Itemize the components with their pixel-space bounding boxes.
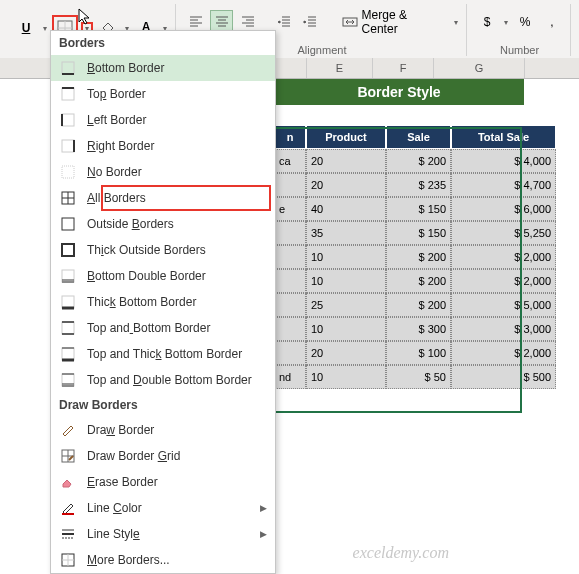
cell[interactable]: $ 150 <box>386 197 451 221</box>
draw-border-option[interactable]: Line Style▶ <box>51 521 275 547</box>
border-option-label: Outside Borders <box>87 217 174 231</box>
border-option[interactable]: Outside Borders <box>51 211 275 237</box>
cell[interactable] <box>274 341 306 365</box>
border-option[interactable]: Thick Bottom Border <box>51 289 275 315</box>
border-option[interactable]: All Borders <box>51 185 275 211</box>
title-cell: Border Style <box>274 79 524 105</box>
col-header-g[interactable]: G <box>434 58 525 78</box>
cell[interactable]: 20 <box>306 173 386 197</box>
border-option-label: Bottom Border <box>87 61 164 75</box>
cell[interactable]: $ 2,000 <box>451 245 556 269</box>
cell[interactable]: nd <box>274 365 306 389</box>
border-option[interactable]: Bottom Border <box>51 55 275 81</box>
cell[interactable]: $ 150 <box>386 221 451 245</box>
header-cell: Product <box>306 125 386 149</box>
cell[interactable]: $ 3,000 <box>451 317 556 341</box>
border-option-icon <box>59 267 77 285</box>
cell[interactable]: $ 2,000 <box>451 269 556 293</box>
cell[interactable]: $ 50 <box>386 365 451 389</box>
border-option[interactable]: Top and Thick Bottom Border <box>51 341 275 367</box>
cell[interactable]: $ 200 <box>386 293 451 317</box>
cell[interactable] <box>274 317 306 341</box>
decrease-indent-button[interactable] <box>273 10 296 34</box>
svg-rect-5 <box>62 62 74 74</box>
cell[interactable]: $ 500 <box>451 365 556 389</box>
percent-button[interactable]: % <box>513 10 537 34</box>
border-option-label: Bottom Double Border <box>87 269 206 283</box>
cell[interactable] <box>274 293 306 317</box>
col-header-f[interactable]: F <box>373 58 434 78</box>
cell[interactable]: 10 <box>306 245 386 269</box>
merge-center-button[interactable]: Merge & Center <box>335 10 449 34</box>
cell[interactable]: 20 <box>306 341 386 365</box>
border-option[interactable]: Top and Bottom Border <box>51 315 275 341</box>
border-option[interactable]: Thick Outside Borders <box>51 237 275 263</box>
draw-option-label: Line Color <box>87 501 142 515</box>
border-option-icon <box>59 111 77 129</box>
submenu-arrow-icon: ▶ <box>260 529 267 539</box>
currency-dropdown[interactable]: ▾ <box>502 18 510 27</box>
svg-rect-27 <box>62 348 74 360</box>
comma-button[interactable]: , <box>540 10 564 34</box>
cell[interactable]: 10 <box>306 365 386 389</box>
border-option-icon <box>59 319 77 337</box>
draw-border-option[interactable]: Line Color▶ <box>51 495 275 521</box>
draw-border-option[interactable]: Erase Border <box>51 469 275 495</box>
cell[interactable]: $ 200 <box>386 245 451 269</box>
cell[interactable]: $ 235 <box>386 173 451 197</box>
border-option-icon <box>59 371 77 389</box>
underline-dropdown[interactable]: ▾ <box>41 24 49 33</box>
cell[interactable]: $ 4,700 <box>451 173 556 197</box>
header-cell: Total Sale <box>451 125 556 149</box>
cell[interactable]: $ 100 <box>386 341 451 365</box>
border-option[interactable]: Bottom Double Border <box>51 263 275 289</box>
increase-indent-button[interactable] <box>299 10 322 34</box>
comma-label: , <box>550 15 553 29</box>
cell[interactable]: $ 200 <box>386 149 451 173</box>
cell[interactable]: $ 300 <box>386 317 451 341</box>
currency-label: $ <box>484 15 491 29</box>
number-group: $ ▾ % , Number <box>469 4 571 56</box>
cell[interactable] <box>274 269 306 293</box>
border-option-icon <box>59 293 77 311</box>
draw-option-icon <box>59 447 77 465</box>
draw-border-option[interactable]: Draw Border Grid <box>51 443 275 469</box>
draw-option-label: More Borders... <box>87 553 170 567</box>
cell[interactable]: ca <box>274 149 306 173</box>
cell[interactable]: 20 <box>306 149 386 173</box>
percent-label: % <box>520 15 531 29</box>
cell[interactable]: $ 4,000 <box>451 149 556 173</box>
border-option[interactable]: No Border <box>51 159 275 185</box>
cell[interactable] <box>274 173 306 197</box>
cell[interactable]: 10 <box>306 317 386 341</box>
cell[interactable] <box>274 221 306 245</box>
underline-button[interactable]: U <box>14 16 38 40</box>
border-option-icon <box>59 189 77 207</box>
draw-border-option[interactable]: Draw Border <box>51 417 275 443</box>
merge-dropdown[interactable]: ▾ <box>452 18 460 27</box>
cell[interactable]: 25 <box>306 293 386 317</box>
svg-rect-7 <box>62 88 74 100</box>
border-option[interactable]: Right Border <box>51 133 275 159</box>
cell[interactable]: 40 <box>306 197 386 221</box>
cell[interactable]: $ 2,000 <box>451 341 556 365</box>
border-option-icon <box>59 215 77 233</box>
border-option[interactable]: Left Border <box>51 107 275 133</box>
border-option[interactable]: Top and Double Bottom Border <box>51 367 275 393</box>
cell[interactable]: $ 5,250 <box>451 221 556 245</box>
cell[interactable]: $ 5,000 <box>451 293 556 317</box>
cell[interactable]: e <box>274 197 306 221</box>
border-option[interactable]: Top Border <box>51 81 275 107</box>
cell[interactable] <box>274 245 306 269</box>
svg-rect-24 <box>62 322 74 334</box>
col-header-e[interactable]: E <box>307 58 373 78</box>
cell[interactable]: $ 200 <box>386 269 451 293</box>
border-option-label: Left Border <box>87 113 146 127</box>
cell[interactable]: 35 <box>306 221 386 245</box>
cell[interactable]: $ 6,000 <box>451 197 556 221</box>
svg-rect-11 <box>62 140 74 152</box>
currency-button[interactable]: $ <box>475 10 499 34</box>
draw-border-option[interactable]: More Borders... <box>51 547 275 573</box>
align-center-icon <box>215 15 229 29</box>
cell[interactable]: 10 <box>306 269 386 293</box>
